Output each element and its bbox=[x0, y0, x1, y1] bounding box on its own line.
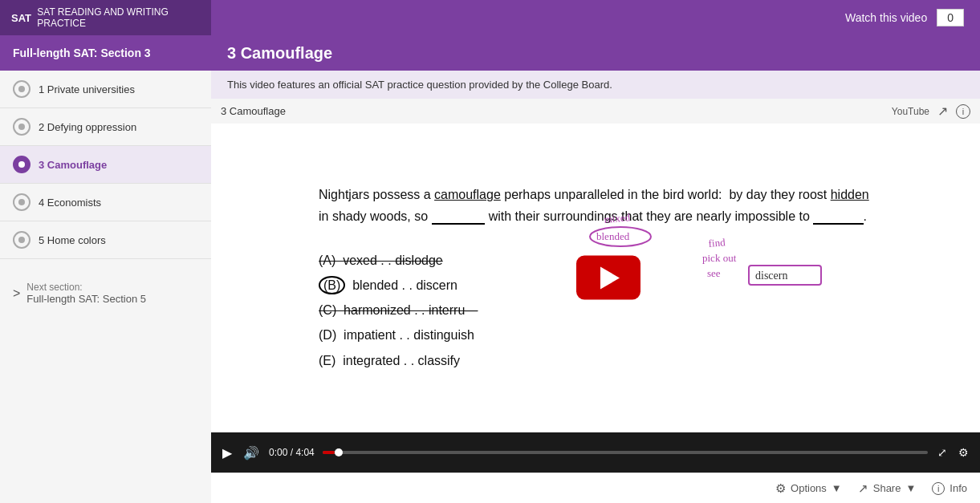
share-icon-btn: ↗ bbox=[858, 481, 868, 496]
top-bar: SAT SAT READING AND WRITING PRACTICE Wat… bbox=[0, 0, 980, 35]
video-controls: ▶ 🔊 0:00 / 4:04 ⤢ ⚙ bbox=[211, 432, 980, 473]
chevron-right-icon: > bbox=[13, 286, 20, 301]
sidebar-item-4[interactable]: 4 Economists bbox=[0, 184, 211, 221]
total-time: 4:04 bbox=[295, 447, 314, 458]
section-text: SAT READING AND WRITING PRACTICE bbox=[37, 6, 200, 29]
options-gear-icon: ⚙ bbox=[775, 481, 786, 496]
sidebar-next-text: Next section: Full-length SAT: Section 5 bbox=[26, 282, 146, 305]
choice-e: (E) integrated . . classify bbox=[319, 350, 872, 371]
sidebar-item-2[interactable]: 2 Defying oppression bbox=[0, 108, 211, 146]
score-value: 0 bbox=[947, 11, 954, 24]
choice-d: (D) impatient . . distinguish bbox=[319, 324, 872, 346]
sidebar-item-1-label: 1 Private universities bbox=[39, 83, 135, 95]
info-icon-btn: i bbox=[932, 482, 945, 495]
circle-1 bbox=[13, 80, 30, 98]
main-content: Full-length SAT: Section 3 1 Private uni… bbox=[0, 35, 980, 503]
share-icon[interactable]: ↗ bbox=[937, 103, 948, 119]
time-display: 0:00 / 4:04 bbox=[269, 447, 315, 458]
current-time: 0:00 bbox=[269, 447, 287, 458]
volume-button[interactable]: 🔊 bbox=[242, 444, 261, 462]
sidebar-item-2-label: 2 Defying oppression bbox=[39, 121, 136, 133]
video-top-right: YouTube ↗ i bbox=[892, 103, 970, 119]
sidebar-item-1[interactable]: 1 Private universities bbox=[0, 71, 211, 108]
next-section-label: Next section: bbox=[26, 282, 146, 293]
circle-2 bbox=[13, 118, 30, 136]
watch-video-area: Watch this video 0 bbox=[845, 9, 980, 26]
options-label: Options bbox=[791, 482, 827, 494]
circle-5 bbox=[13, 231, 30, 249]
youtube-label: YouTube bbox=[892, 106, 929, 117]
video-top-bar: 3 Camouflage YouTube ↗ i bbox=[211, 99, 980, 124]
watch-video-label: Watch this video bbox=[845, 11, 927, 24]
camouflage-word: camouflage bbox=[434, 188, 501, 201]
info-circle-icon[interactable]: i bbox=[956, 104, 970, 119]
blank-1 bbox=[432, 209, 486, 225]
play-triangle-icon bbox=[600, 266, 620, 289]
video-container: 3 Camouflage YouTube ↗ i Nightjars posse… bbox=[211, 99, 980, 473]
choice-b-circle: (B) bbox=[319, 276, 345, 294]
right-panel: 3 Camouflage This video features an offi… bbox=[211, 35, 980, 503]
sidebar-item-3[interactable]: 3 Camouflage bbox=[0, 146, 211, 184]
video-header: 3 Camouflage bbox=[211, 35, 980, 71]
sidebar-header-text: Full-length SAT: Section 3 bbox=[13, 47, 151, 59]
info-label: Info bbox=[950, 482, 967, 494]
sidebar-next[interactable]: > Next section: Full-length SAT: Section… bbox=[0, 272, 211, 314]
sidebar: Full-length SAT: Section 3 1 Private uni… bbox=[0, 35, 211, 503]
sat-text: SAT bbox=[11, 12, 31, 24]
sidebar-header: Full-length SAT: Section 3 bbox=[0, 35, 211, 71]
progress-bar[interactable] bbox=[323, 451, 928, 454]
blank-2 bbox=[813, 209, 863, 225]
play-pause-button[interactable]: ▶ bbox=[221, 444, 234, 462]
progress-fill bbox=[323, 451, 335, 454]
fullscreen-button[interactable]: ⤢ bbox=[936, 444, 949, 460]
sat-label: SAT SAT READING AND WRITING PRACTICE bbox=[0, 0, 211, 35]
settings-button[interactable]: ⚙ bbox=[957, 444, 970, 460]
options-chevron-icon: ▼ bbox=[832, 482, 842, 494]
circle-4 bbox=[13, 193, 30, 211]
video-top-label: 3 Camouflage bbox=[221, 105, 286, 117]
next-section-name: Full-length SAT: Section 5 bbox=[26, 293, 146, 305]
bottom-bar: ⚙ Options ▼ ↗ Share ▼ i Info bbox=[211, 473, 980, 503]
sidebar-item-3-label: 3 Camouflage bbox=[39, 159, 107, 171]
progress-dot bbox=[335, 448, 343, 456]
choice-c-text: (C) harmonized . . interru— bbox=[319, 303, 478, 317]
share-chevron-icon: ▼ bbox=[905, 482, 916, 494]
sidebar-item-5-label: 5 Home colors bbox=[39, 234, 106, 246]
choice-c: (C) harmonized . . interru— bbox=[319, 299, 872, 321]
hidden-word: hidden bbox=[831, 188, 869, 201]
share-button[interactable]: ↗ Share ▼ bbox=[858, 481, 917, 496]
circle-3 bbox=[13, 156, 30, 173]
sidebar-item-5[interactable]: 5 Home colors bbox=[0, 221, 211, 259]
info-bar: This video features an official SAT prac… bbox=[211, 71, 980, 99]
video-content: Nightjars possess a camouflage perhaps u… bbox=[211, 123, 980, 432]
info-button[interactable]: i Info bbox=[932, 482, 967, 495]
score-box: 0 bbox=[937, 9, 964, 26]
share-label: Share bbox=[873, 482, 901, 494]
options-button[interactable]: ⚙ Options ▼ bbox=[775, 481, 842, 496]
play-button[interactable] bbox=[576, 256, 640, 300]
sidebar-item-4-label: 4 Economists bbox=[39, 197, 101, 209]
paragraph: Nightjars possess a camouflage perhaps u… bbox=[319, 184, 872, 227]
info-text: This video features an official SAT prac… bbox=[227, 79, 612, 91]
video-title: 3 Camouflage bbox=[227, 44, 332, 63]
choice-a-text: (A) vexed . . dislodge bbox=[319, 254, 443, 267]
